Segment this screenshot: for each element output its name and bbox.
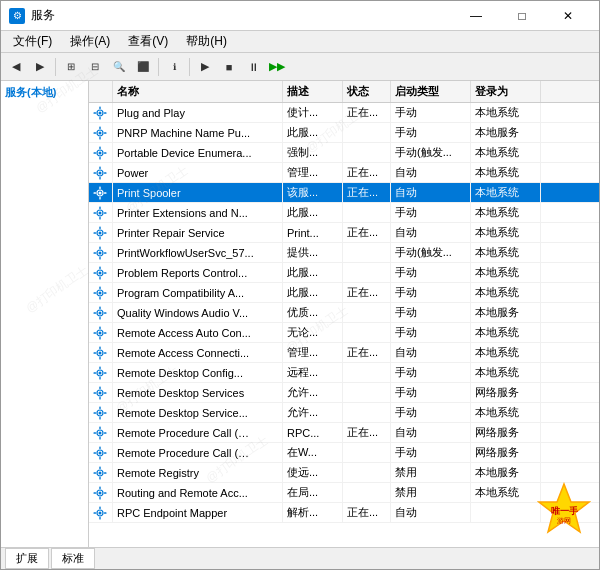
svg-point-97: [99, 431, 102, 434]
row-login: 本地系统: [471, 223, 541, 242]
header-login[interactable]: 登录为: [471, 81, 541, 102]
table-row[interactable]: PrintWorkflowUserSvc_57...提供...手动(触发...本…: [89, 243, 599, 263]
svg-rect-87: [99, 397, 100, 400]
svg-rect-98: [99, 426, 100, 429]
header-status[interactable]: 状态: [343, 81, 391, 102]
toolbar-btn-4[interactable]: 🔍: [108, 56, 130, 78]
restart-button[interactable]: ▶▶: [266, 56, 288, 78]
table-row[interactable]: Printer Repair ServicePrint...正在...自动本地系…: [89, 223, 599, 243]
sidebar-title[interactable]: 服务(本地): [5, 86, 56, 98]
back-button[interactable]: ◀: [5, 56, 27, 78]
table-row[interactable]: PNRP Machine Name Pu...此服...手动本地服务: [89, 123, 599, 143]
table-row[interactable]: Remote Desktop Service...允许...手动本地系统: [89, 403, 599, 423]
row-desc: 无论...: [283, 323, 343, 342]
svg-rect-22: [94, 172, 97, 173]
table-body: Plug and Play使计...正在...手动本地系统 PNRP Machi…: [89, 103, 599, 547]
stop-button[interactable]: ■: [218, 56, 240, 78]
svg-point-1: [99, 111, 102, 114]
row-icon: [89, 183, 113, 202]
row-icon: [89, 263, 113, 282]
row-status: 正在...: [343, 423, 391, 442]
table-row[interactable]: Remote Desktop Config...远程...手动本地系统: [89, 363, 599, 383]
svg-rect-95: [104, 412, 107, 413]
table-row[interactable]: Quality Windows Audio V...优质...手动本地服务: [89, 303, 599, 323]
svg-rect-123: [99, 517, 100, 520]
close-button[interactable]: ✕: [545, 1, 591, 31]
table-row[interactable]: Portable Device Enumera...强制...手动(触发...本…: [89, 143, 599, 163]
table-row[interactable]: Remote Procedure Call (…在W...手动网络服务: [89, 443, 599, 463]
minimize-button[interactable]: —: [453, 1, 499, 31]
row-icon: [89, 243, 113, 262]
tab-standard[interactable]: 标准: [51, 548, 95, 569]
svg-rect-113: [104, 472, 107, 473]
svg-point-37: [99, 231, 102, 234]
row-desc: 此服...: [283, 263, 343, 282]
toolbar-btn-3[interactable]: ⊟: [84, 56, 106, 78]
table-row[interactable]: RPC Endpoint Mapper解析...正在...自动: [89, 503, 599, 523]
pause-button[interactable]: ⏸: [242, 56, 264, 78]
svg-point-31: [99, 211, 102, 214]
row-startup: 手动: [391, 123, 471, 142]
row-status: [343, 363, 391, 382]
svg-rect-125: [104, 512, 107, 513]
row-name: PrintWorkflowUserSvc_57...: [113, 243, 283, 262]
table-row[interactable]: Routing and Remote Acc...在局...禁用本地系统: [89, 483, 599, 503]
row-startup: 自动: [391, 163, 471, 182]
table-row[interactable]: Problem Reports Control...此服...手动本地系统: [89, 263, 599, 283]
row-status: [343, 263, 391, 282]
svg-point-109: [99, 471, 102, 474]
header-name[interactable]: 名称: [113, 81, 283, 102]
table-row[interactable]: Remote Access Auto Con...无论...手动本地系统: [89, 323, 599, 343]
maximize-button[interactable]: □: [499, 1, 545, 31]
row-startup: 手动: [391, 383, 471, 402]
row-desc: 提供...: [283, 243, 343, 262]
svg-rect-110: [99, 466, 100, 469]
row-status: [343, 123, 391, 142]
svg-point-79: [99, 371, 102, 374]
row-startup: 手动: [391, 203, 471, 222]
svg-rect-11: [104, 132, 107, 133]
toolbar-btn-5[interactable]: ⬛: [132, 56, 154, 78]
svg-rect-38: [99, 226, 100, 229]
play-button[interactable]: ▶: [194, 56, 216, 78]
toolbar-btn-2[interactable]: ⊞: [60, 56, 82, 78]
svg-rect-58: [94, 292, 97, 293]
menu-action[interactable]: 操作(A): [62, 31, 118, 52]
table-row[interactable]: Printer Extensions and N...此服...手动本地系统: [89, 203, 599, 223]
row-startup: 手动: [391, 443, 471, 462]
toolbar-btn-6[interactable]: ℹ: [163, 56, 185, 78]
svg-rect-101: [104, 432, 107, 433]
row-icon: [89, 223, 113, 242]
table-row[interactable]: Remote Registry使远...禁用本地服务: [89, 463, 599, 483]
menu-view[interactable]: 查看(V): [120, 31, 176, 52]
row-login: 本地服务: [471, 463, 541, 482]
svg-rect-46: [94, 252, 97, 253]
svg-rect-88: [94, 392, 97, 393]
table-row[interactable]: Remote Procedure Call (…RPC...正在...自动网络服…: [89, 423, 599, 443]
row-icon: [89, 423, 113, 442]
menu-file[interactable]: 文件(F): [5, 31, 60, 52]
svg-rect-26: [99, 186, 100, 189]
row-login: 本地系统: [471, 283, 541, 302]
forward-button[interactable]: ▶: [29, 56, 51, 78]
table-row[interactable]: Remote Access Connecti...管理...正在...自动本地系…: [89, 343, 599, 363]
tab-expand[interactable]: 扩展: [5, 548, 49, 569]
table-row[interactable]: Plug and Play使计...正在...手动本地系统: [89, 103, 599, 123]
header-startup[interactable]: 启动类型: [391, 81, 471, 102]
svg-point-7: [99, 131, 102, 134]
svg-rect-76: [94, 352, 97, 353]
svg-rect-45: [99, 257, 100, 260]
table-row[interactable]: Print Spooler该服...正在...自动本地系统: [89, 183, 599, 203]
header-desc[interactable]: 描述: [283, 81, 343, 102]
table-row[interactable]: Remote Desktop Services允许...手动网络服务: [89, 383, 599, 403]
table-row[interactable]: Power管理...正在...自动本地系统: [89, 163, 599, 183]
menu-help[interactable]: 帮助(H): [178, 31, 235, 52]
svg-rect-104: [99, 446, 100, 449]
svg-rect-39: [99, 237, 100, 240]
row-startup: 自动: [391, 343, 471, 362]
svg-point-67: [99, 331, 102, 334]
table-row[interactable]: Program Compatibility A...此服...正在...手动本地…: [89, 283, 599, 303]
row-startup: 手动: [391, 263, 471, 282]
row-login: 本地系统: [471, 103, 541, 122]
toolbar-separator-2: [158, 58, 159, 76]
